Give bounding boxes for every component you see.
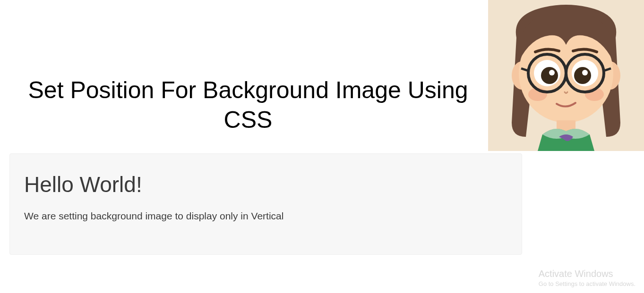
content-box: Hello World! We are setting background i… bbox=[9, 153, 522, 255]
content-heading: Hello World! bbox=[24, 172, 507, 197]
content-text: We are setting background image to displ… bbox=[24, 210, 507, 222]
girl-avatar-icon bbox=[488, 0, 644, 151]
svg-point-13 bbox=[574, 67, 591, 84]
svg-point-12 bbox=[541, 67, 558, 84]
watermark-subtitle: Go to Settings to activate Windows. bbox=[539, 280, 635, 287]
watermark-title: Activate Windows bbox=[539, 268, 635, 279]
page-title: Set Position For Background Image Using … bbox=[9, 75, 487, 134]
svg-point-14 bbox=[549, 70, 555, 75]
windows-activation-watermark: Activate Windows Go to Settings to activ… bbox=[539, 268, 635, 287]
background-avatar-image bbox=[488, 0, 644, 151]
svg-point-15 bbox=[582, 70, 588, 75]
